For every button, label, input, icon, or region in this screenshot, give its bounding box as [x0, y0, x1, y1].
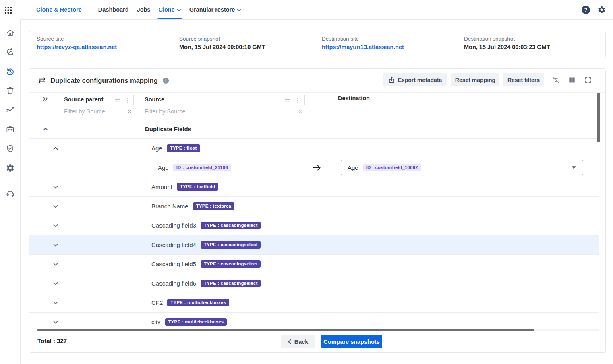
type-badge: TYPE : textfield [177, 183, 219, 191]
dropdown-caret-icon [571, 166, 576, 169]
home-icon[interactable] [5, 28, 15, 38]
nav-item-jobs[interactable]: Jobs [137, 0, 151, 19]
source-parent-filter-input[interactable] [64, 108, 126, 115]
compare-snapshots-button[interactable]: Compare snapshots [321, 335, 382, 348]
export-metadata-button[interactable]: Export metadata [383, 73, 447, 86]
clear-filter-x-icon[interactable] [297, 108, 304, 115]
row-label: Amount [151, 183, 172, 190]
source-id-badge: ID : customfield_21196 [173, 164, 231, 171]
row-content: CF2TYPE : multicheckboxes [151, 293, 229, 312]
source-filter-input[interactable] [145, 108, 297, 115]
row-expand-chevron-icon[interactable] [52, 280, 59, 287]
destination-select[interactable]: AgeID : customfield_10062 [341, 160, 583, 175]
row-expand-chevron-icon[interactable] [52, 203, 59, 210]
expand-all-icon[interactable] [42, 95, 48, 102]
row-expand-chevron-icon[interactable] [52, 222, 59, 229]
row-content: AmountTYPE : textfield [151, 177, 218, 196]
app-switcher-icon[interactable] [4, 6, 12, 14]
row-content: cityTYPE : multicheckboxes [151, 313, 227, 330]
type-badge: TYPE : multicheckboxes [165, 318, 227, 326]
clear-filter-x-icon[interactable] [126, 108, 133, 115]
table-row[interactable]: Duplicate Fields [29, 119, 599, 139]
source-filter [145, 105, 304, 117]
destination-snapshot-block: Destination snapshot Mon, 15 Jul 2024 00… [464, 36, 550, 50]
chevron-down-icon [237, 8, 241, 12]
destination-label: Age [348, 164, 358, 171]
nav-item-dashboard[interactable]: Dashboard [98, 0, 129, 19]
column-menu-kebab-icon[interactable] [294, 97, 301, 103]
restore-history-icon[interactable] [5, 66, 15, 76]
row-content: Branch NameTYPE : textarea [151, 197, 234, 216]
table-body: Duplicate FieldsAgeTYPE : floatAgeID : c… [29, 119, 599, 330]
help-icon[interactable]: ? [582, 6, 590, 14]
chevron-down-icon [177, 8, 181, 12]
table-row[interactable]: AmountTYPE : textfield [29, 177, 599, 197]
nav-item-granular-restore[interactable]: Granular restore [189, 0, 242, 19]
brand-link[interactable]: Clone & Restore [36, 6, 82, 13]
chevron-left-icon [288, 339, 291, 344]
row-expand-chevron-icon[interactable] [52, 183, 59, 191]
row-label: Cascading field4 [151, 241, 196, 248]
row-expand-chevron-icon[interactable] [52, 319, 59, 326]
top-navigation-bar: Clone & Restore Dashboard Jobs Clone Gra… [0, 0, 613, 19]
row-content: Cascading field4TYPE : cascadingselect [151, 235, 261, 254]
column-separator[interactable] [133, 95, 134, 105]
clone-icon[interactable] [5, 47, 15, 57]
columns-icon[interactable] [567, 76, 576, 84]
column-separator[interactable] [304, 95, 305, 105]
export-icon [389, 76, 395, 83]
destination-id-badge: ID : customfield_10062 [363, 164, 421, 171]
type-badge: TYPE : cascadingselect [201, 280, 261, 287]
table-row[interactable]: cityTYPE : multicheckboxes [29, 313, 599, 330]
table-row[interactable]: Cascading field5TYPE : cascadingselect [29, 255, 599, 274]
support-icon[interactable] [5, 189, 15, 199]
destination-site-link[interactable]: https://mayuri13.atlassian.net [322, 44, 404, 50]
destination-site-block: Destination site https://mayuri13.atlass… [322, 36, 404, 50]
license-icon[interactable] [5, 124, 15, 134]
row-label: city [151, 319, 161, 325]
fullscreen-icon[interactable] [584, 76, 592, 84]
type-badge: TYPE : textarea [193, 202, 234, 210]
info-icon[interactable]: i [163, 78, 169, 84]
nav-item-clone[interactable]: Clone [158, 0, 181, 19]
column-drag-icon[interactable] [114, 97, 120, 103]
table-row[interactable]: Branch NameTYPE : textarea [29, 197, 599, 216]
reset-filters-button[interactable]: Reset filters [503, 73, 544, 86]
row-expand-chevron-icon[interactable] [52, 241, 59, 249]
column-header-source-parent: Source parent [64, 96, 104, 103]
row-collapse-chevron-icon[interactable] [42, 125, 49, 133]
type-badge: TYPE : cascadingselect [201, 241, 261, 249]
table-row[interactable]: Cascading field4TYPE : cascadingselect [29, 235, 599, 255]
vertical-scrollbar[interactable] [597, 93, 600, 142]
back-button[interactable]: Back [281, 335, 315, 348]
type-badge: TYPE : multicheckboxes [167, 299, 229, 306]
type-badge: TYPE : cascadingselect [201, 260, 261, 268]
swap-arrows-icon [37, 77, 46, 84]
source-snapshot-block: Source snapshot Mon, 15 Jul 2024 00:00:1… [179, 36, 265, 50]
mapping-source: AgeID : customfield_21196 [158, 158, 231, 177]
left-sidebar [0, 0, 21, 364]
source-site-block: Source site https://revyz-qa.atlassian.n… [37, 36, 117, 50]
clear-filter-icon[interactable] [551, 76, 560, 84]
analytics-icon[interactable] [5, 105, 15, 115]
settings-icon[interactable] [5, 163, 15, 173]
reset-mapping-button[interactable]: Reset mapping [451, 73, 499, 86]
trash-icon[interactable] [5, 86, 15, 96]
table-row[interactable]: Cascading field6TYPE : cascadingselect [29, 274, 599, 293]
row-expand-chevron-icon[interactable] [52, 261, 59, 268]
snapshot-summary-card: Source site https://revyz-qa.atlassian.n… [29, 31, 606, 58]
table-row[interactable]: CF2TYPE : multicheckboxes [29, 293, 599, 313]
column-drag-icon[interactable] [284, 97, 290, 103]
table-row[interactable]: AgeTYPE : float [29, 139, 599, 158]
nav-divider [90, 6, 90, 14]
table-row[interactable]: Cascading field3TYPE : cascadingselect [29, 216, 599, 235]
column-menu-kebab-icon[interactable] [124, 97, 131, 103]
security-icon[interactable] [5, 144, 15, 154]
row-content: Cascading field6TYPE : cascadingselect [151, 274, 261, 293]
table-row[interactable]: AgeID : customfield_21196AgeID : customf… [29, 158, 599, 177]
source-site-link[interactable]: https://revyz-qa.atlassian.net [37, 44, 117, 50]
row-expand-chevron-icon[interactable] [52, 299, 59, 306]
row-label: Cascading field3 [151, 222, 196, 229]
gear-icon[interactable] [597, 6, 606, 14]
row-collapse-chevron-icon[interactable] [52, 145, 59, 152]
